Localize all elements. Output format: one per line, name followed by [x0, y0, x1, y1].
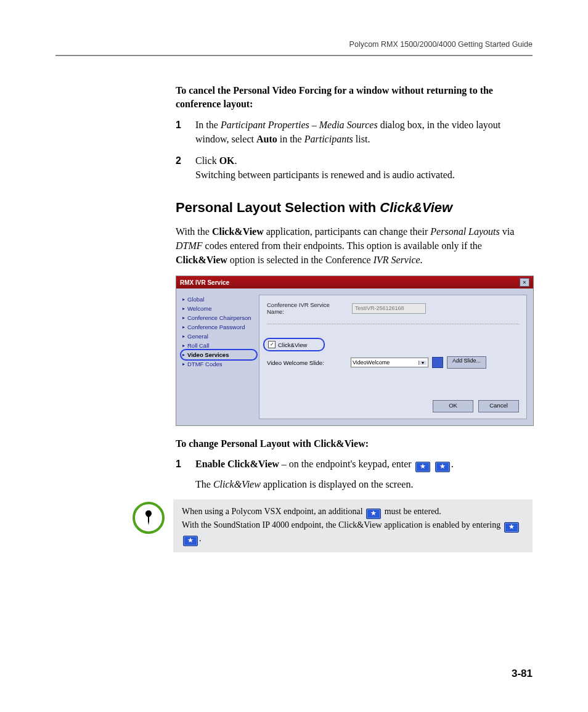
divider [267, 324, 519, 324]
nav-global[interactable]: ▸Global [182, 295, 255, 304]
star-key-icon: ★ [435, 462, 450, 472]
cancel-button[interactable]: Cancel [478, 400, 519, 412]
dialog-title-text: RMX IVR Service [180, 279, 229, 286]
step-number: 1 [176, 457, 195, 491]
welcome-slide-dropdown[interactable]: VideoWelcome ▼ [351, 358, 428, 367]
service-name-row: Conference IVR Service Name: TestIVR-256… [267, 301, 519, 315]
close-icon[interactable]: × [520, 278, 529, 287]
clickview-checkbox-row[interactable]: ✓ Click&View [267, 340, 321, 349]
chevron-down-icon: ▼ [419, 361, 427, 365]
ivr-service-dialog: RMX IVR Service × ▸Global ▸Welcome ▸Conf… [176, 276, 534, 426]
note-block: When using a Polycom VSX endpoint, an ad… [133, 499, 533, 552]
chevron-right-icon: ▸ [182, 315, 185, 321]
ok-button[interactable]: OK [433, 400, 473, 412]
welcome-slide-label: Video Welcome Slide: [267, 359, 347, 366]
checkbox-icon[interactable]: ✓ [268, 341, 276, 348]
star-key-icon: ★ [183, 536, 198, 546]
preview-slide-button[interactable] [432, 357, 443, 368]
change-layout-heading: To change Personal Layout with Click&Vie… [176, 437, 533, 451]
dialog-nav: ▸Global ▸Welcome ▸Conference Chairperson… [182, 295, 259, 419]
clickview-checkbox-label: Click&View [278, 342, 307, 348]
chevron-right-icon: ▸ [182, 333, 185, 339]
step-a-1: 1 In the Participant Properties – Media … [176, 118, 533, 146]
star-key-icon: ★ [366, 509, 381, 519]
nav-conf-chair[interactable]: ▸Conference Chairperson [182, 313, 255, 322]
dialog-main-panel: Conference IVR Service Name: TestIVR-256… [259, 295, 527, 419]
nav-welcome[interactable]: ▸Welcome [182, 304, 255, 313]
star-key-icon: ★ [415, 462, 430, 472]
header-rule [55, 55, 533, 56]
chevron-right-icon: ▸ [182, 352, 185, 358]
nav-dtmf-codes[interactable]: ▸DTMF Codes [182, 359, 255, 369]
step-body: Enable Click&View – on the endpoint's ke… [195, 457, 533, 491]
chevron-right-icon: ▸ [182, 324, 185, 330]
add-slide-button[interactable]: Add Slide... [447, 356, 486, 369]
dialog-titlebar: RMX IVR Service × [176, 276, 533, 288]
dialog-footer: OK Cancel [267, 394, 519, 412]
service-name-field[interactable]: TestIVR-256126168 [352, 303, 426, 314]
welcome-slide-row: Video Welcome Slide: VideoWelcome ▼ Add … [267, 356, 519, 369]
running-header: Polycom RMX 1500/2000/4000 Getting Start… [55, 40, 533, 49]
note-text: When using a Polycom VSX endpoint, an ad… [173, 499, 533, 552]
note-pin-icon [133, 502, 165, 534]
intro-paragraph: With the Click&View application, partici… [176, 224, 533, 268]
nav-roll-call[interactable]: ▸Roll Call [182, 341, 255, 350]
star-key-icon: ★ [504, 522, 519, 533]
service-name-label: Conference IVR Service Name: [267, 301, 347, 315]
nav-video-services[interactable]: ▸Video Services [182, 350, 255, 359]
nav-general[interactable]: ▸General [182, 332, 255, 341]
chevron-right-icon: ▸ [182, 343, 185, 348]
nav-conf-password[interactable]: ▸Conference Password [182, 322, 255, 332]
chevron-right-icon: ▸ [182, 361, 185, 367]
step-number: 2 [176, 153, 195, 182]
step-body: Click OK. Switching between participants… [195, 153, 533, 182]
chevron-right-icon: ▸ [182, 306, 185, 311]
chevron-right-icon: ▸ [182, 297, 185, 302]
step-body: In the Participant Properties – Media So… [195, 118, 533, 146]
page-number: 3-81 [512, 668, 533, 680]
cancel-forcing-heading: To cancel the Personal Video Forcing for… [176, 84, 533, 112]
section-heading: Personal Layout Selection with Click&Vie… [176, 200, 533, 216]
step-a-2: 2 Click OK. Switching between participan… [176, 153, 533, 182]
step-number: 1 [176, 118, 195, 146]
step-b-1: 1 Enable Click&View – on the endpoint's … [176, 457, 533, 491]
